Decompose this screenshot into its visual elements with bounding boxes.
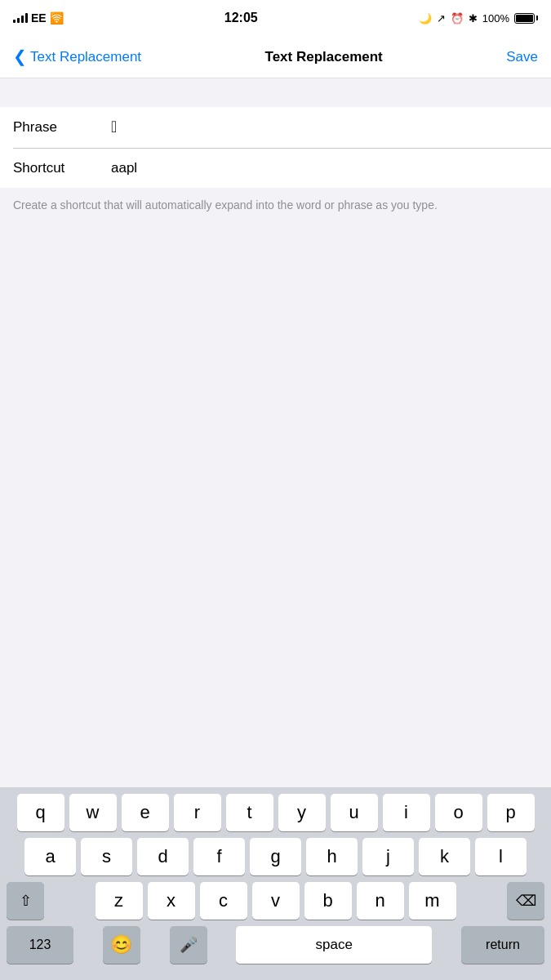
- key-x[interactable]: x: [148, 882, 195, 920]
- key-l[interactable]: l: [475, 838, 527, 875]
- space-key[interactable]: space: [236, 926, 432, 964]
- save-button[interactable]: Save: [506, 49, 538, 65]
- key-h[interactable]: h: [306, 838, 358, 875]
- key-b[interactable]: b: [304, 882, 352, 920]
- key-a[interactable]: a: [24, 838, 76, 875]
- delete-key[interactable]: ⌫: [507, 882, 544, 920]
- wifi-icon: 🛜: [50, 11, 64, 24]
- key-q[interactable]: q: [17, 794, 64, 831]
- key-i[interactable]: i: [383, 794, 430, 831]
- shortcut-row[interactable]: Shortcut aapl: [0, 149, 551, 188]
- apple-logo-icon: : [111, 118, 117, 136]
- nav-bar: ❮ Text Replacement Text Replacement Save: [0, 36, 551, 78]
- keyboard-row-2: a s d f g h j k l: [0, 831, 551, 875]
- key-r[interactable]: r: [174, 794, 221, 831]
- phrase-value[interactable]: : [111, 118, 538, 136]
- emoji-key[interactable]: 😊: [103, 926, 140, 964]
- key-n[interactable]: n: [357, 882, 404, 920]
- shift-key[interactable]: ⇧: [7, 882, 44, 920]
- carrier-label: EE: [31, 11, 47, 24]
- location-icon: ↗: [437, 12, 446, 24]
- alarm-icon: ⏰: [451, 12, 464, 24]
- phrase-label: Phrase: [13, 119, 111, 136]
- status-right: 🌙 ↗ ⏰ ✱ 100%: [419, 12, 538, 24]
- key-o[interactable]: o: [435, 794, 482, 831]
- key-y[interactable]: y: [278, 794, 326, 831]
- return-key[interactable]: return: [461, 926, 544, 964]
- key-f[interactable]: f: [193, 838, 245, 875]
- back-label: Text Replacement: [30, 49, 141, 65]
- status-time: 12:05: [224, 11, 258, 25]
- key-t[interactable]: t: [226, 794, 273, 831]
- shortcut-label: Shortcut: [13, 160, 111, 176]
- key-g[interactable]: g: [250, 838, 301, 875]
- section-gap-top: [0, 78, 551, 107]
- phrase-row[interactable]: Phrase : [0, 107, 551, 148]
- bluetooth-icon: ✱: [469, 12, 478, 24]
- key-m[interactable]: m: [409, 882, 456, 920]
- moon-icon: 🌙: [419, 12, 432, 24]
- key-u[interactable]: u: [331, 794, 378, 831]
- keyboard: q w e r t y u i o p a s d f g h j k l ⇧ …: [0, 787, 551, 980]
- key-w[interactable]: w: [69, 794, 117, 831]
- battery-icon: [514, 13, 538, 24]
- key-k[interactable]: k: [419, 838, 470, 875]
- keyboard-row-4: 123 😊 🎤 space return: [0, 920, 551, 980]
- shortcut-value[interactable]: aapl: [111, 160, 538, 176]
- numbers-key[interactable]: 123: [7, 926, 73, 964]
- description-text: Create a shortcut that will automaticall…: [0, 188, 551, 224]
- key-c[interactable]: c: [200, 882, 247, 920]
- page-title: Text Replacement: [265, 49, 383, 65]
- keyboard-row-3: ⇧ z x c v b n m ⌫: [0, 875, 551, 920]
- middle-keys: z x c v b n m: [96, 882, 456, 920]
- signal-bars-icon: [13, 13, 28, 23]
- key-d[interactable]: d: [137, 838, 189, 875]
- keyboard-row-1: q w e r t y u i o p: [0, 787, 551, 831]
- mic-key[interactable]: 🎤: [170, 926, 207, 964]
- battery-percent: 100%: [482, 12, 509, 24]
- form-section: Phrase  Shortcut aapl: [0, 107, 551, 188]
- key-p[interactable]: p: [487, 794, 535, 831]
- status-bar: EE 🛜 12:05 🌙 ↗ ⏰ ✱ 100%: [0, 0, 551, 36]
- delete-icon: ⌫: [516, 892, 536, 910]
- status-left: EE 🛜: [13, 11, 64, 24]
- key-j[interactable]: j: [362, 838, 414, 875]
- key-z[interactable]: z: [96, 882, 143, 920]
- key-v[interactable]: v: [252, 882, 300, 920]
- back-button[interactable]: ❮ Text Replacement: [13, 49, 141, 65]
- back-chevron-icon: ❮: [13, 48, 27, 65]
- key-s[interactable]: s: [81, 838, 132, 875]
- key-e[interactable]: e: [122, 794, 169, 831]
